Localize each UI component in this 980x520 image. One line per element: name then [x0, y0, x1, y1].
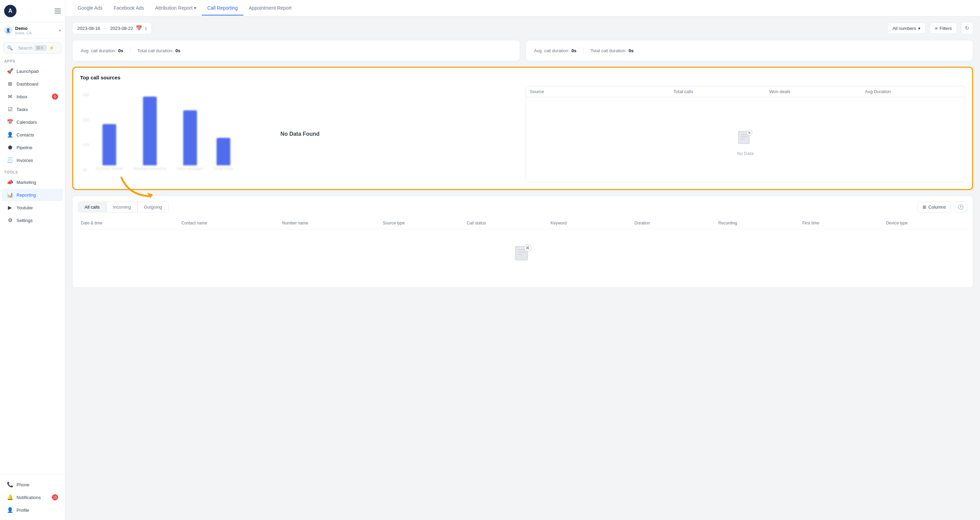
pipeline-label: Pipeline — [16, 145, 32, 150]
columns-button[interactable]: ⊞ Columns — [918, 202, 951, 212]
sidebar-item-pipeline[interactable]: ⬟ Pipeline — [2, 141, 63, 154]
settings-label: Settings — [16, 218, 33, 223]
marketing-label: Marketing — [16, 180, 36, 185]
table-col-call-status: Call status — [464, 221, 548, 226]
tab-google-ads[interactable]: Google Ads — [72, 1, 108, 16]
sidebar-item-inbox[interactable]: ✉ Inbox 0 — [2, 91, 63, 103]
launchpad-label: Launchpad — [16, 69, 38, 74]
col-total-calls: Total calls — [673, 89, 769, 94]
invoices-label: Invoices — [16, 158, 33, 163]
no-data-table-icon — [513, 243, 533, 266]
tasks-icon: ☑ — [7, 106, 13, 112]
bottom-items: 📞 Phone 🔔 Notifications 15 👤 Profile — [0, 479, 65, 516]
info-icon: ℹ — [145, 26, 147, 31]
bar-group-3: Direct campaigns — [177, 110, 204, 170]
search-bar[interactable]: 🔍 Search ⌘K ⚡ — [3, 42, 62, 54]
filter-row: 2023-08-16 → 2023-08-22 📅 ℹ All numbers … — [72, 22, 973, 34]
columns-icon: ⊞ — [923, 205, 926, 210]
sidebar-item-invoices[interactable]: 🧾 Invoices — [2, 154, 63, 166]
notifications-label: Notifications — [16, 495, 41, 500]
clock-button[interactable]: 🕐 — [954, 201, 967, 212]
sidebar-item-phone[interactable]: 📞 Phone — [2, 479, 63, 491]
user-info[interactable]: 👤 Demo Irvine, CA ▾ — [0, 22, 65, 39]
filters-button[interactable]: ≡ Filters — [930, 23, 957, 34]
tools-section-label: Tools — [0, 167, 65, 176]
stat-card-1: Avg. call duration: 0s Total call durati… — [72, 40, 520, 61]
bar-group-2: Webpage interactions — [134, 97, 167, 170]
reporting-label: Reporting — [16, 192, 36, 198]
bar-label-2: Webpage interactions — [134, 167, 167, 170]
refresh-button[interactable]: ↻ — [961, 22, 973, 34]
table-col-date-&-time: Date & time — [78, 221, 179, 226]
bar-2 — [143, 97, 157, 165]
sidebar-item-youtube[interactable]: ▶ Youtube — [2, 201, 63, 214]
sidebar-item-calendars[interactable]: 📅 Calendars — [2, 116, 63, 128]
sidebar-item-marketing[interactable]: 📣 Marketing — [2, 176, 63, 188]
no-data-container: No Data — [737, 103, 754, 182]
pipeline-icon: ⬟ — [7, 144, 13, 151]
bar-group-1: By phone number — [96, 124, 123, 170]
top-call-sources-inner: 200 150 100 50 By phone number — [80, 86, 965, 182]
call-tab-all-calls[interactable]: All calls — [78, 202, 106, 212]
youtube-label: Youtube — [16, 205, 33, 210]
nav-tabs: Google AdsFacebook AdsAttribution Report… — [72, 1, 297, 16]
phone-icon: 📞 — [7, 482, 13, 488]
apps-section-label: Apps — [0, 56, 65, 65]
call-log-section: All callsIncomingOutgoing ⊞ Columns 🕐 Da… — [72, 196, 973, 288]
tab-attribution-report[interactable]: Attribution Report ▾ — [150, 1, 202, 16]
calendars-label: Calendars — [16, 119, 37, 125]
search-label: Search — [18, 45, 32, 51]
sidebar-item-reporting[interactable]: 📊 Reporting — [2, 189, 63, 201]
hamburger-menu[interactable] — [55, 9, 61, 13]
settings-icon: ⚙ — [7, 217, 13, 223]
sidebar-item-contacts[interactable]: 👤 Contacts — [2, 129, 63, 141]
chevron-down-icon: ▾ — [918, 26, 921, 31]
bar-label-4: Social media — [214, 167, 234, 170]
search-icon: 🔍 — [7, 45, 16, 51]
top-nav: Google AdsFacebook AdsAttribution Report… — [65, 0, 980, 16]
tab-facebook-ads[interactable]: Facebook Ads — [108, 1, 150, 16]
source-table-panel: Source Total calls Won deals Avg Duratio… — [526, 86, 966, 182]
tasks-label: Tasks — [16, 107, 28, 112]
sidebar-item-notifications[interactable]: 🔔 Notifications 15 — [2, 491, 63, 504]
tab-appointment-report[interactable]: Appointment Report — [243, 1, 298, 16]
total-duration-2: Total call duration: 0s — [590, 48, 633, 53]
table-col-first-time: First time — [800, 221, 883, 226]
inbox-label: Inbox — [16, 94, 27, 99]
dashboard-label: Dashboard — [16, 81, 38, 87]
user-location: Irvine, CA — [15, 31, 56, 35]
sidebar-header: A — [0, 0, 65, 22]
table-col-contact-name: Contact name — [179, 221, 280, 226]
date-range-picker[interactable]: 2023-08-16 → 2023-08-22 📅 ℹ — [72, 22, 152, 34]
inbox-icon: ✉ — [7, 94, 13, 100]
reporting-icon: 📊 — [7, 192, 13, 198]
table-col-recording: Recording — [716, 221, 800, 226]
y-label-100: 100 — [83, 143, 89, 147]
all-numbers-button[interactable]: All numbers ▾ — [887, 23, 926, 34]
total-duration-1: Total call duration: 0s — [137, 48, 180, 53]
sidebar-item-launchpad[interactable]: 🚀 Launchpad — [2, 65, 63, 77]
sidebar-item-profile[interactable]: 👤 Profile — [2, 504, 63, 516]
calendar-icon: 📅 — [136, 25, 142, 31]
clock-icon: 🕐 — [958, 204, 964, 210]
table-col-number-name: Number name — [280, 221, 380, 226]
dashboard-icon: ⊞ — [7, 81, 13, 87]
marketing-icon: 📣 — [7, 179, 13, 185]
filters-label: Filters — [940, 26, 952, 31]
tab-call-reporting[interactable]: Call Reporting — [202, 1, 243, 16]
no-data-text: No Data — [737, 151, 754, 156]
sidebar-item-settings[interactable]: ⚙ Settings — [2, 214, 63, 226]
call-tab-outgoing[interactable]: Outgoing — [137, 202, 169, 212]
user-text: Demo Irvine, CA — [15, 26, 56, 35]
youtube-icon: ▶ — [7, 205, 13, 211]
sidebar-bottom: 📞 Phone 🔔 Notifications 15 👤 Profile — [0, 474, 65, 520]
search-shortcut: ⌘K — [34, 45, 47, 51]
avg-duration-2: Avg. call duration: 0s — [534, 48, 577, 53]
col-source: Source — [530, 89, 674, 94]
call-tab-incoming[interactable]: Incoming — [106, 202, 137, 212]
user-icon: 👤 — [4, 27, 13, 35]
sidebar-item-dashboard[interactable]: ⊞ Dashboard — [2, 78, 63, 90]
col-won-deals: Won deals — [769, 89, 865, 94]
avg-value-1: 0s — [118, 48, 123, 53]
sidebar-item-tasks[interactable]: ☑ Tasks — [2, 103, 63, 116]
